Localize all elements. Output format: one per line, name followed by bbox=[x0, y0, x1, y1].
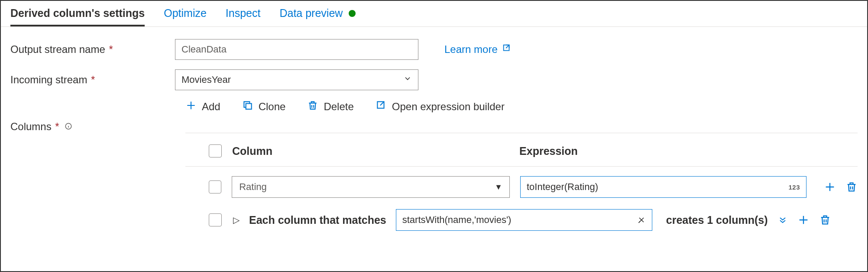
tab-optimize[interactable]: Optimize bbox=[164, 7, 207, 26]
delete-row-button[interactable] bbox=[845, 181, 858, 193]
add-row-button[interactable] bbox=[824, 181, 836, 193]
preview-status-dot-icon bbox=[349, 10, 356, 17]
table-row: Rating ▼ toInteger(Rating) 123 bbox=[185, 167, 858, 198]
trash-icon bbox=[307, 100, 318, 114]
chevron-down-icon bbox=[403, 74, 412, 85]
tab-bar: Derived column's settings Optimize Inspe… bbox=[1, 1, 867, 27]
add-row-button[interactable] bbox=[797, 214, 810, 226]
delete-label: Delete bbox=[324, 101, 353, 113]
column-name-select[interactable]: Rating ▼ bbox=[232, 176, 510, 198]
columns-toolbar: Add Clone Delete Open expression builder bbox=[185, 100, 858, 114]
output-stream-label: Output stream name * bbox=[10, 43, 175, 56]
external-link-icon bbox=[376, 100, 387, 114]
info-icon[interactable] bbox=[65, 122, 72, 130]
caret-down-icon: ▼ bbox=[495, 183, 502, 192]
open-builder-label: Open expression builder bbox=[392, 101, 505, 113]
tab-data-preview[interactable]: Data preview bbox=[279, 7, 356, 26]
copy-icon bbox=[242, 100, 253, 114]
expression-input[interactable]: toInteger(Rating) 123 bbox=[520, 176, 806, 198]
learn-more-text: Learn more bbox=[444, 43, 498, 56]
pattern-expression-input[interactable]: startsWith(name,'movies') bbox=[396, 209, 652, 231]
columns-label: Columns * bbox=[10, 119, 175, 133]
column-header-label: Column bbox=[232, 145, 272, 157]
external-link-icon bbox=[502, 43, 512, 56]
svg-rect-1 bbox=[246, 104, 251, 109]
row-checkbox[interactable] bbox=[209, 180, 221, 193]
delete-button[interactable]: Delete bbox=[307, 100, 353, 114]
tab-settings[interactable]: Derived column's settings bbox=[10, 7, 145, 26]
column-name-value: Rating bbox=[239, 181, 267, 193]
chevron-double-down-icon[interactable] bbox=[777, 215, 788, 225]
clone-button[interactable]: Clone bbox=[242, 100, 286, 114]
required-star-icon: * bbox=[106, 43, 113, 55]
select-all-checkbox[interactable] bbox=[209, 144, 222, 157]
add-label: Add bbox=[202, 101, 220, 113]
plus-icon bbox=[185, 100, 197, 114]
open-expression-builder-button[interactable]: Open expression builder bbox=[376, 100, 505, 114]
output-stream-input[interactable] bbox=[175, 39, 418, 60]
incoming-stream-select[interactable]: MoviesYear bbox=[175, 69, 418, 90]
pattern-suffix-label: creates 1 column(s) bbox=[666, 214, 768, 226]
required-star-icon: * bbox=[52, 121, 59, 132]
columns-table-header: Column Expression bbox=[185, 144, 858, 167]
add-button[interactable]: Add bbox=[185, 100, 220, 114]
expression-value: toInteger(Rating) bbox=[527, 181, 598, 193]
type-badge: 123 bbox=[788, 184, 800, 191]
clone-label: Clone bbox=[259, 101, 286, 113]
learn-more-link[interactable]: Learn more bbox=[444, 43, 512, 56]
tab-inspect[interactable]: Inspect bbox=[226, 7, 261, 26]
pattern-expression-value: startsWith(name,'movies') bbox=[402, 214, 512, 226]
row-checkbox[interactable] bbox=[209, 213, 222, 226]
delete-row-button[interactable] bbox=[819, 214, 831, 226]
clear-icon[interactable] bbox=[637, 216, 646, 224]
expand-caret-icon[interactable]: ▷ bbox=[233, 215, 240, 225]
incoming-stream-label: Incoming stream * bbox=[10, 74, 175, 86]
incoming-stream-value: MoviesYear bbox=[181, 74, 231, 85]
tab-data-preview-label: Data preview bbox=[279, 7, 343, 20]
required-star-icon: * bbox=[88, 74, 95, 85]
expression-header-label: Expression bbox=[519, 145, 578, 157]
pattern-prefix-label: Each column that matches bbox=[249, 214, 386, 226]
pattern-row: ▷ Each column that matches startsWith(na… bbox=[185, 198, 858, 231]
